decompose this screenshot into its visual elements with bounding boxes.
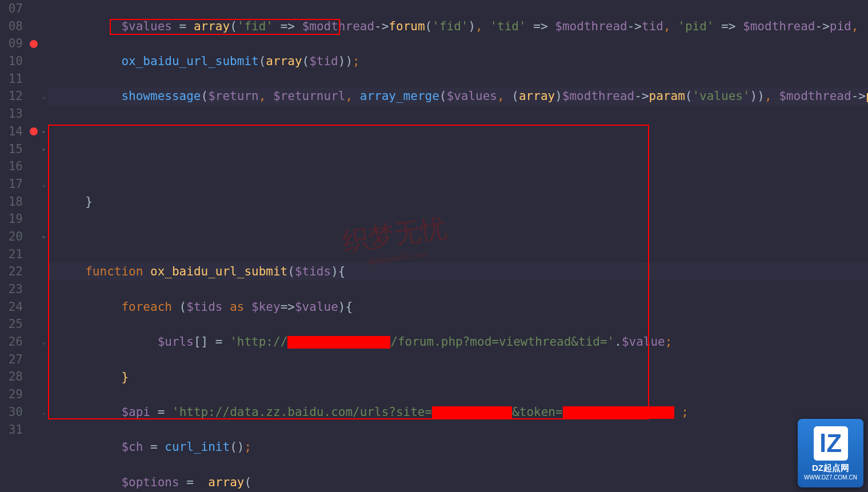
- line-number: 27: [0, 351, 23, 369]
- fold-close-icon[interactable]: ⌄: [40, 403, 48, 421]
- code-editor[interactable]: 07 08 09 10 11 12 13 14 15 16 17 18 19 2…: [0, 0, 868, 492]
- code-line[interactable]: $values = array('fid' => $modthread->for…: [48, 18, 868, 35]
- code-line[interactable]: [48, 123, 868, 141]
- line-number: 24: [0, 298, 23, 316]
- code-line[interactable]: [48, 158, 868, 175]
- line-number: 15: [0, 141, 23, 158]
- line-number: 08: [0, 18, 23, 35]
- line-number: 10: [0, 53, 23, 70]
- line-number: 18: [0, 193, 23, 211]
- redaction-block: [563, 406, 674, 419]
- line-number: 30: [0, 403, 23, 421]
- redaction-block: [287, 336, 390, 349]
- code-line[interactable]: $options = array(: [48, 474, 868, 491]
- line-number: 07: [0, 0, 23, 18]
- line-number: 19: [0, 210, 23, 228]
- line-number: 16: [0, 158, 23, 175]
- line-number: 28: [0, 368, 23, 386]
- line-number: 31: [0, 421, 23, 439]
- redaction-block: [432, 406, 512, 419]
- fold-close-icon[interactable]: ⌄: [40, 175, 48, 193]
- line-number: 22: [0, 263, 23, 281]
- line-number: 21: [0, 246, 23, 263]
- code-line[interactable]: showmessage($return, $returnurl, array_m…: [48, 87, 868, 105]
- code-line[interactable]: $api = 'http://data.zz.baidu.com/urls?si…: [48, 403, 868, 421]
- site-badge: lZ DZ起点网 WWW.DZ7.COM.CN: [798, 419, 863, 487]
- badge-url: WWW.DZ7.COM.CN: [804, 474, 857, 481]
- code-line[interactable]: foreach ($tids as $key=>$value){: [48, 298, 868, 316]
- line-number: 13: [0, 105, 23, 123]
- code-line[interactable]: ox_baidu_url_submit(array($tid));: [48, 53, 868, 70]
- line-number: 23: [0, 281, 23, 298]
- line-number: 12: [0, 87, 23, 105]
- breakpoint-marker[interactable]: [27, 123, 40, 141]
- code-line[interactable]: }: [48, 193, 868, 211]
- line-number: 25: [0, 315, 23, 333]
- fold-open-icon[interactable]: ▸: [40, 123, 48, 141]
- code-area[interactable]: $values = array('fid' => $modthread->for…: [48, 0, 868, 492]
- fold-gutter[interactable]: ⌄ ▸ ▸ ⌄ ▸ ⌄ ⌄: [40, 0, 48, 492]
- fold-close-icon[interactable]: ⌄: [40, 87, 48, 105]
- code-line[interactable]: }: [48, 369, 868, 386]
- line-number: 14: [0, 123, 23, 141]
- line-number: 09: [0, 35, 23, 53]
- fold-open-icon[interactable]: ▸: [40, 141, 48, 158]
- code-line[interactable]: $ch = curl_init();: [48, 438, 868, 456]
- breakpoint-dot-icon: [30, 127, 38, 135]
- line-number: 29: [0, 386, 23, 403]
- fold-close-icon[interactable]: ⌄: [40, 333, 48, 351]
- code-line[interactable]: [48, 228, 868, 246]
- fold-open-icon[interactable]: ▸: [40, 228, 48, 246]
- line-number: 11: [0, 70, 23, 88]
- line-number: 20: [0, 228, 23, 246]
- breakpoint-gutter[interactable]: [27, 0, 40, 492]
- line-number-gutter: 07 08 09 10 11 12 13 14 15 16 17 18 19 2…: [0, 0, 27, 492]
- badge-title: DZ起点网: [812, 463, 849, 474]
- code-line[interactable]: $urls[] = 'http:///forum.php?mod=viewthr…: [48, 333, 868, 351]
- breakpoint-dot-icon: [30, 40, 38, 48]
- code-line[interactable]: function ox_baidu_url_submit($tids){: [48, 263, 868, 281]
- breakpoint-marker[interactable]: [27, 35, 40, 53]
- line-number: 26: [0, 333, 23, 351]
- badge-logo-icon: lZ: [814, 426, 848, 461]
- line-number: 17: [0, 175, 23, 193]
